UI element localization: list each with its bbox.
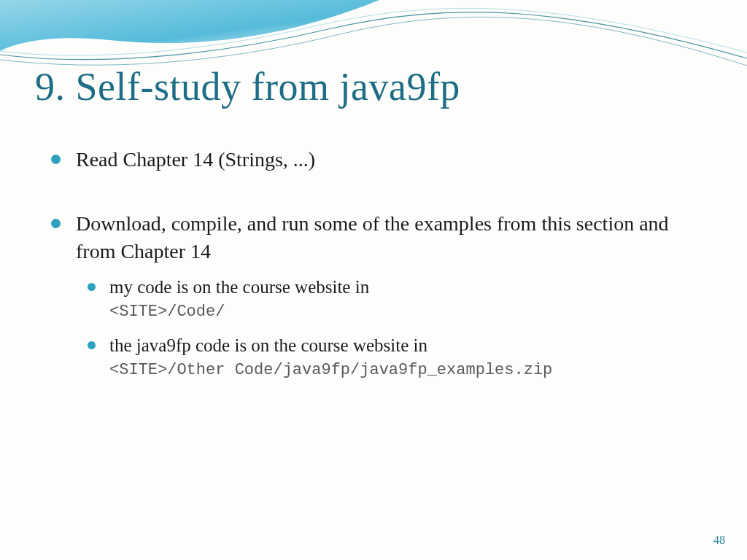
bullet-item: Read Chapter 14 (Strings, ...) [51,146,703,174]
page-number: 48 [713,534,725,547]
bullet-item: Download, compile, and run some of the e… [51,210,703,381]
sub-bullet-item: my code is on the course website in <SIT… [88,275,703,322]
slide-title: 9. Self-study from java9fp [35,64,460,109]
sub-bullet-text: the java9fp code is on the course websit… [109,335,427,355]
sub-bullet-item: the java9fp code is on the course websit… [88,333,703,381]
code-path: <SITE>/Code/ [109,301,703,323]
bullet-text: Read Chapter 14 (Strings, ...) [76,148,315,171]
bullet-text: Download, compile, and run some of the e… [76,212,669,262]
slide-content: Read Chapter 14 (Strings, ...) Download,… [51,146,703,417]
sub-bullet-text: my code is on the course website in [109,277,369,297]
code-path: <SITE>/Other Code/java9fp/java9fp_exampl… [109,359,703,381]
